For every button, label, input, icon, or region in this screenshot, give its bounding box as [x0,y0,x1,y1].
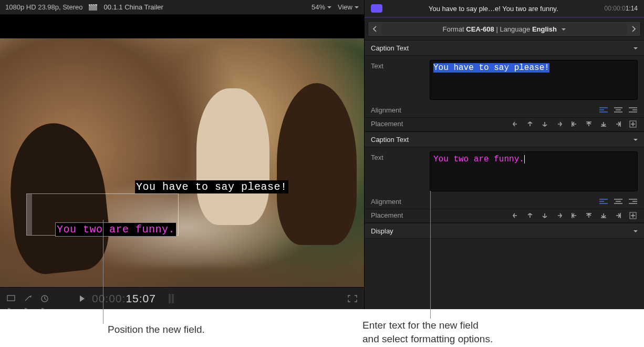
svg-rect-0 [89,6,97,11]
placement-center-button[interactable] [628,120,638,128]
text-label: Text [371,151,423,161]
align-right-button[interactable] [628,107,638,114]
annotation-2: Enter text for the new field and select … [362,319,493,345]
placement-bottom-button[interactable] [599,212,608,219]
retime-tool-menu[interactable] [40,294,50,303]
chevron-down-icon [327,3,331,11]
chevron-down-icon [633,227,638,235]
caption-text-row-1: Text You have to say please! [365,56,644,104]
placement-down-button[interactable] [540,212,549,219]
svg-rect-5 [7,295,15,301]
format-label: Format [443,25,466,33]
viewer-panel: 1080p HD 23.98p, Stereo 00.1.1 China Tra… [0,0,365,309]
inspector-timecode: 00:00:01:14 [605,5,638,12]
enhance-tool-menu[interactable] [23,294,34,303]
display-section-header[interactable]: Display [365,223,644,239]
clip-name: 00.1.1 China Trailer [103,3,163,11]
caption-icon [371,4,382,13]
view-menu[interactable]: View [338,3,359,11]
align-left-button[interactable] [599,198,608,206]
inspector-title: You have to say ple…e! You two are funny… [388,5,599,13]
placement-right-button[interactable] [555,212,564,219]
placement-left-button[interactable] [511,212,520,219]
placement-label: Placement [371,211,423,219]
caption-text-input-1[interactable]: You have to say please! [430,60,638,100]
chevron-down-icon [633,44,638,52]
caption-overlay-2[interactable]: You two are funny. [56,223,176,236]
inspector-header: You have to say ple…e! You two are funny… [365,0,644,18]
placement-top-button[interactable] [584,212,594,219]
caption-text-row-2: Text You two are funny. [365,147,644,196]
language-value: English [532,25,557,33]
alignment-label: Alignment [371,106,423,114]
crop-tool-menu[interactable] [6,294,17,303]
viewer-toolbar: 1080p HD 23.98p, Stereo 00.1.1 China Tra… [0,0,364,15]
callout-leader-1 [103,220,103,324]
placement-far-left-button[interactable] [569,212,579,219]
inspector-panel: You have to say ple…e! You two are funny… [365,0,644,309]
caption-text-section-header-2[interactable]: Caption Text [365,131,644,147]
placement-left-button[interactable] [511,120,520,128]
clip-format-label: 1080p HD 23.98p, Stereo [5,3,82,11]
alignment-row-1: Alignment [365,104,644,118]
chevron-down-icon [633,136,638,144]
callout-leader-2 [430,191,431,319]
caption-overlay-1[interactable]: You have to say please! [135,180,288,193]
placement-far-right-button[interactable] [614,212,623,219]
placement-label: Placement [371,120,423,128]
placement-far-left-button[interactable] [569,120,579,128]
alignment-label: Alignment [371,198,423,206]
placement-row-2: Placement [365,209,644,223]
viewer-transport: 00:00:15:07 [0,287,364,309]
chevron-down-icon [562,25,566,33]
align-center-button[interactable] [614,198,623,206]
align-left-button[interactable] [599,107,608,114]
align-right-button[interactable] [628,198,638,206]
annotation-1: Position the new field. [108,324,205,335]
alignment-row-2: Alignment [365,196,644,209]
caption-text-section-header[interactable]: Caption Text [365,40,644,56]
app-window: 1080p HD 23.98p, Stereo 00.1.1 China Tra… [0,0,644,309]
placement-up-button[interactable] [525,120,535,128]
timecode-display[interactable]: 00:00:15:07 [92,292,156,305]
play-button[interactable] [80,295,85,302]
placement-bottom-button[interactable] [599,120,608,128]
caption-text-input-2[interactable]: You two are funny. [430,151,638,191]
chevron-down-icon [355,3,359,11]
language-label: | Language [494,25,532,33]
placement-down-button[interactable] [540,120,549,128]
placement-center-button[interactable] [628,212,638,219]
fullscreen-button[interactable] [347,294,358,303]
zoom-menu[interactable]: 54% [311,3,331,11]
video-frame [0,38,364,287]
placement-row-1: Placement [365,118,644,131]
placement-right-button[interactable] [555,120,564,128]
text-label: Text [371,60,423,70]
audio-meter [169,294,174,303]
viewer-canvas[interactable]: You have to say please! You two are funn… [0,15,364,287]
placement-far-right-button[interactable] [614,120,623,128]
placement-top-button[interactable] [584,120,594,128]
align-center-button[interactable] [614,107,623,114]
format-language-bar[interactable]: Format CEA-608 | Language English [368,21,641,37]
annotation-layer: Position the new field. Enter text for t… [0,309,644,347]
next-caption-button[interactable] [627,22,640,36]
prev-caption-button[interactable] [368,22,382,36]
placement-up-button[interactable] [525,212,535,219]
format-value: CEA-608 [466,25,494,33]
clapperboard-icon [89,4,97,11]
